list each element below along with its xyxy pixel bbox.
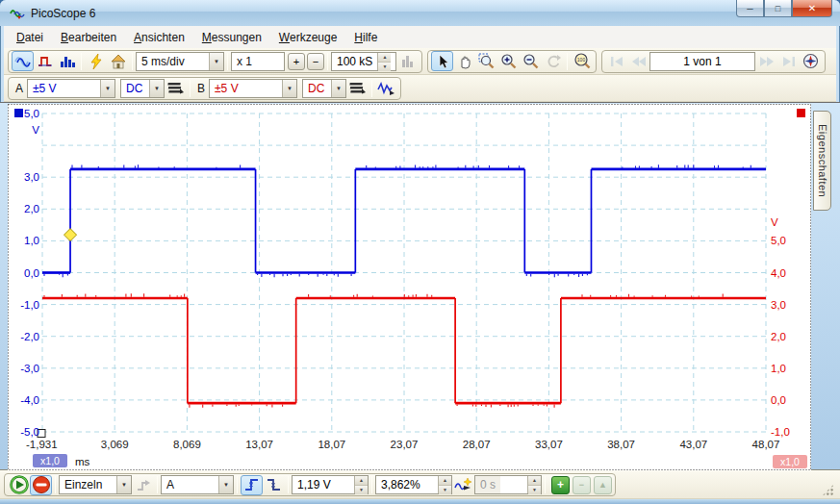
last-buffer-button[interactable] <box>777 51 800 71</box>
rapid-trigger-button[interactable] <box>132 475 154 495</box>
falling-edge-button[interactable] <box>263 475 285 495</box>
auto-setup-button[interactable] <box>85 51 107 71</box>
trigger-source-select[interactable]: A ▼ <box>161 475 234 494</box>
zoom-factor-input[interactable]: x 1 <box>231 52 285 71</box>
remove-measurement-button[interactable]: − <box>573 476 591 494</box>
tab-properties[interactable]: Eigenschaften <box>813 111 831 211</box>
chevron-down-icon[interactable]: ▼ <box>331 80 345 97</box>
chevron-down-icon[interactable]: ▼ <box>116 476 131 493</box>
spinner-buttons: ▲ ▼ <box>377 53 391 70</box>
next-buffer-button[interactable] <box>755 51 777 71</box>
hand-pan-button[interactable] <box>453 51 475 71</box>
scope-plot[interactable]: 5,0V3,02,01,00,0-1,0-2,0-3,0-4,0-5,0V5,0… <box>8 104 811 470</box>
capture-mode-value: Einzeln <box>60 478 116 491</box>
separator <box>371 80 372 97</box>
zoom-factor-increase-button[interactable]: + <box>288 53 305 70</box>
right-axis-label: V <box>771 216 778 228</box>
previous-buffer-button[interactable] <box>627 51 649 71</box>
separator <box>55 476 56 493</box>
persistence-view-button[interactable] <box>34 51 56 71</box>
spin-down-icon[interactable]: ▼ <box>378 63 391 71</box>
left-axis-label: 1,0 <box>24 235 39 246</box>
left-axis-label: -2,0 <box>20 331 39 342</box>
trigger-marker-diamond[interactable] <box>64 229 77 241</box>
chevron-down-icon[interactable]: ▼ <box>100 80 115 97</box>
menu-item-bearbeiten[interactable]: Bearbeiten <box>52 28 125 47</box>
zoom-out-button[interactable] <box>520 51 542 71</box>
first-buffer-button[interactable] <box>605 51 627 71</box>
sample-count-spinner[interactable]: 100 kS ▲ ▼ <box>331 52 396 71</box>
buffer-overview-button[interactable] <box>800 51 822 71</box>
trigger-level-value: 1,19 V <box>293 476 336 493</box>
spin-up-icon[interactable]: ▲ <box>378 53 391 63</box>
menu-item-datei[interactable]: Datei <box>8 28 52 47</box>
separator <box>567 53 568 70</box>
undo-zoom-button[interactable] <box>542 51 564 71</box>
sample-mode-button[interactable] <box>396 51 419 71</box>
menu-item-messungen[interactable]: Messungen <box>193 28 270 47</box>
rising-edge-button[interactable] <box>241 475 263 495</box>
zoom-factor-decrease-button[interactable]: − <box>307 53 324 70</box>
channel-a-options-button[interactable] <box>165 78 187 98</box>
channel-toolbar: A ±5 V ▼ DC ▼ <box>4 75 836 102</box>
spin-up-icon[interactable]: ▲ <box>439 476 451 486</box>
minimize-button[interactable]: ─ <box>736 0 764 17</box>
left-axis-label: V <box>32 124 39 136</box>
chevron-down-icon[interactable]: ▼ <box>149 80 164 97</box>
trigger-delay-button[interactable] <box>452 475 474 495</box>
spin-down-icon[interactable]: ▼ <box>439 486 451 494</box>
signal-generator-button[interactable] <box>375 78 397 98</box>
spin-up-icon[interactable]: ▲ <box>528 476 541 486</box>
spectrum-view-button[interactable] <box>56 51 78 71</box>
zoom-in-button[interactable] <box>497 51 520 71</box>
channel-b-range-select[interactable]: ±5 V ▼ <box>209 79 297 98</box>
channel-b-axis-handle[interactable] <box>797 109 805 117</box>
spin-down-icon[interactable]: ▼ <box>528 486 541 494</box>
close-button[interactable]: ✕ <box>792 0 832 17</box>
undo-arrow-icon <box>546 54 561 69</box>
cursor-arrow-icon <box>436 54 449 69</box>
scope-view-button[interactable] <box>12 51 34 71</box>
chevron-down-icon[interactable]: ▼ <box>218 476 233 493</box>
channel-b-options-button[interactable] <box>346 78 369 98</box>
channel-a-axis-handle[interactable] <box>14 109 23 117</box>
trigger-level-spinner[interactable]: 1,19 V ▲ ▼ <box>292 475 369 494</box>
resize-grip[interactable] <box>822 484 834 496</box>
spin-up-icon[interactable]: ▲ <box>355 476 368 486</box>
pretrigger-spinner[interactable]: 3,862% ▲ ▼ <box>375 475 452 494</box>
menu-item-ansichten[interactable]: Ansichten <box>125 28 193 47</box>
zoom-in-icon <box>500 53 517 69</box>
buffer-page-indicator[interactable]: 1 von 1 <box>649 52 755 71</box>
maximize-button[interactable]: □ <box>764 0 792 17</box>
home-settings-button[interactable] <box>107 51 129 71</box>
right-axis-label: 1,0 <box>771 363 786 374</box>
x-axis-tick-label: 3,069 <box>101 439 129 450</box>
start-capture-button[interactable] <box>8 475 30 495</box>
x-axis-tick-label: 23,07 <box>391 439 419 450</box>
scope-view[interactable]: 5,0V3,02,01,00,0-1,0-2,0-3,0-4,0-5,0V5,0… <box>8 104 811 470</box>
channel-a-coupling-select[interactable]: DC ▼ <box>120 79 165 98</box>
delay-wave-icon <box>454 477 472 492</box>
spin-down-icon[interactable]: ▼ <box>355 486 368 494</box>
edit-measurement-button[interactable]: ▲ <box>594 476 612 494</box>
capture-mode-select[interactable]: Einzeln ▼ <box>59 475 132 494</box>
zoom-100-button[interactable]: 100 <box>571 51 593 71</box>
x-axis-tick-label: 13,07 <box>245 439 273 450</box>
chevron-down-icon[interactable]: ▼ <box>282 80 296 97</box>
channel-b-coupling-select[interactable]: DC ▼ <box>302 79 346 98</box>
menu-item-hilfe[interactable]: Hilfe <box>345 28 386 47</box>
normal-select-button[interactable] <box>431 51 453 71</box>
chevron-down-icon[interactable]: ▼ <box>209 53 223 70</box>
timebase-select[interactable]: 5 ms/div ▼ <box>136 52 224 71</box>
sample-count-value: 100 kS <box>332 53 377 70</box>
stop-capture-button[interactable] <box>30 475 52 495</box>
separator <box>81 53 82 70</box>
channel-a-range-select[interactable]: ±5 V ▼ <box>27 79 115 98</box>
trigger-delay-spinner[interactable]: 0 s ▲ ▼ <box>474 475 542 494</box>
title-bar[interactable]: PicoScope 6 <box>0 0 840 26</box>
buffer-navigation-group: 1 von 1 <box>601 50 826 73</box>
marquee-zoom-button[interactable] <box>475 51 497 71</box>
skip-first-icon <box>609 56 624 67</box>
add-measurement-button[interactable]: + <box>551 476 570 494</box>
menu-item-werkzeuge[interactable]: Werkzeuge <box>270 28 345 47</box>
